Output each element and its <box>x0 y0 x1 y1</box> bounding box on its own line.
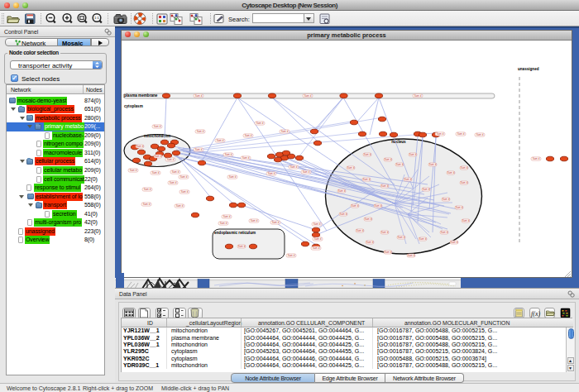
svg-text:Sam d: Sam d <box>304 94 312 98</box>
svg-text:Sam d: Sam d <box>385 251 392 254</box>
svg-text:Sam d: Sam d <box>408 254 415 257</box>
svg-text:Sam d: Sam d <box>268 172 275 175</box>
svg-text:Sam d: Sam d <box>223 215 231 218</box>
svg-text:Sam d: Sam d <box>290 165 298 169</box>
svg-text:Sam d: Sam d <box>172 170 179 174</box>
svg-text:Sam d: Sam d <box>229 175 237 179</box>
svg-text:Sam d: Sam d <box>451 241 458 244</box>
svg-text:Sam d: Sam d <box>136 145 144 148</box>
svg-text:Sam d: Sam d <box>404 178 412 181</box>
svg-text:Sam d: Sam d <box>356 229 364 232</box>
svg-text:Sam d: Sam d <box>396 163 404 166</box>
svg-text:Sam d: Sam d <box>220 222 227 225</box>
svg-text:Sam d: Sam d <box>217 139 224 142</box>
svg-text:Sam d: Sam d <box>409 153 417 156</box>
svg-text:Sam d: Sam d <box>242 156 250 160</box>
svg-text:endoplasmic reticulum: endoplasmic reticulum <box>214 231 256 235</box>
svg-text:Sam d: Sam d <box>414 94 422 98</box>
svg-text:Sam d: Sam d <box>441 231 448 234</box>
svg-text:Sam d: Sam d <box>375 204 382 208</box>
svg-text:mitochondrion: mitochondrion <box>144 134 170 138</box>
svg-text:Sam d: Sam d <box>461 181 468 184</box>
svg-text:Sam d: Sam d <box>238 245 246 248</box>
svg-text:Sam d: Sam d <box>154 125 161 128</box>
svg-text:Sam d: Sam d <box>272 221 280 224</box>
svg-text:Sam d: Sam d <box>381 184 389 188</box>
svg-text:Sam d: Sam d <box>256 122 264 125</box>
svg-text:unassigned: unassigned <box>518 67 539 71</box>
svg-text:Sam d: Sam d <box>181 190 189 194</box>
svg-text:Sam d: Sam d <box>167 158 175 161</box>
svg-text:Sam d: Sam d <box>340 213 347 216</box>
svg-text:Sam d: Sam d <box>144 188 151 191</box>
svg-text:Sam d: Sam d <box>437 132 444 136</box>
svg-text:cytoplasm: cytoplasm <box>124 104 143 108</box>
svg-text:Sam d: Sam d <box>363 178 371 181</box>
svg-text:Sam d: Sam d <box>443 198 450 201</box>
svg-text:Sam d: Sam d <box>347 166 355 170</box>
svg-text:Sam d: Sam d <box>461 166 468 170</box>
svg-text:Sam d: Sam d <box>352 204 359 208</box>
svg-text:Sam d: Sam d <box>281 130 289 133</box>
svg-text:Sam d: Sam d <box>447 171 455 174</box>
svg-text:Sam d: Sam d <box>419 237 427 241</box>
svg-text:Sam d: Sam d <box>197 130 204 133</box>
svg-text:Sam d: Sam d <box>155 155 162 158</box>
svg-text:Sam d: Sam d <box>533 157 540 160</box>
svg-text:Sam d: Sam d <box>365 218 372 221</box>
svg-text:Sam d: Sam d <box>176 204 184 208</box>
svg-text:Sam d: Sam d <box>143 203 151 206</box>
svg-text:Sam d: Sam d <box>366 241 374 244</box>
svg-text:Sam d: Sam d <box>195 148 203 151</box>
svg-text:Sam d: Sam d <box>398 236 405 239</box>
svg-text:Sam d: Sam d <box>245 134 252 137</box>
svg-text:nucleus: nucleus <box>391 140 406 144</box>
svg-text:Sam d: Sam d <box>288 254 295 257</box>
svg-text:Sam d: Sam d <box>313 246 320 250</box>
svg-text:Sam d: Sam d <box>180 175 188 179</box>
svg-text:Sam d: Sam d <box>313 222 321 226</box>
svg-text:Sam d: Sam d <box>130 169 137 172</box>
svg-text:Sam d: Sam d <box>338 189 346 193</box>
svg-text:f(x): f(x) <box>531 310 540 318</box>
svg-text:Sam d: Sam d <box>423 188 430 191</box>
svg-text:Sam d: Sam d <box>462 219 470 222</box>
svg-text:Sam d: Sam d <box>456 206 463 209</box>
svg-text:Sam d: Sam d <box>385 158 392 161</box>
svg-text:Sam d: Sam d <box>476 133 484 136</box>
svg-text:Sam d: Sam d <box>225 153 232 156</box>
svg-text:Sam d: Sam d <box>170 181 177 184</box>
svg-text:Sam d: Sam d <box>195 94 203 98</box>
svg-text:Sam d: Sam d <box>303 170 310 174</box>
svg-text:Sam d: Sam d <box>364 153 371 156</box>
svg-text:Sam d: Sam d <box>314 237 322 241</box>
svg-text:Sam d: Sam d <box>429 163 437 166</box>
svg-text:Sam d: Sam d <box>152 171 160 174</box>
svg-text:1:1: 1:1 <box>94 16 99 20</box>
svg-text:plasma membrane: plasma membrane <box>124 93 158 98</box>
svg-text:Sam d: Sam d <box>381 231 389 234</box>
svg-text:Sam d: Sam d <box>457 132 465 136</box>
svg-text:Sam d: Sam d <box>251 219 258 222</box>
